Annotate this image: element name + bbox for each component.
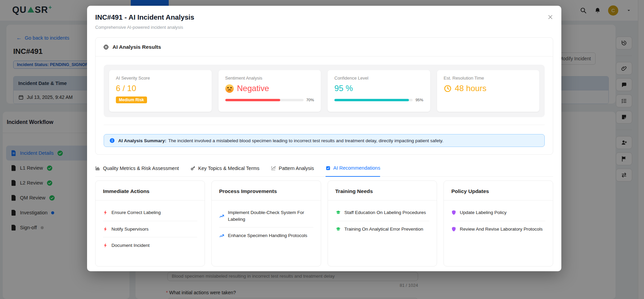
- risk-level-badge: Medium Risk: [116, 97, 147, 103]
- metric-label: Est. Resolution Time: [444, 76, 533, 81]
- ai-analysis-summary-banner: AI Analysis Summary: The incident involv…: [104, 134, 545, 147]
- tab-quality-metrics[interactable]: Quality Metrics & Risk Assessment: [95, 163, 179, 176]
- confidence-value: 95 %: [334, 84, 423, 93]
- dot-chart-icon: [271, 166, 276, 171]
- process-improvements-card: Process Improvements Implement Double-Ch…: [211, 180, 321, 266]
- cpu-chip-icon: [103, 44, 109, 50]
- tab-pattern-analysis[interactable]: Pattern Analysis: [271, 163, 314, 176]
- card-title: Process Improvements: [212, 181, 321, 200]
- policy-updates-card: Policy Updates Update Labeling Policy Re…: [443, 180, 553, 266]
- info-icon: [109, 138, 115, 143]
- recommendation-item: Enhance Specimen Handling Protocols: [219, 228, 313, 244]
- summary-label: AI Analysis Summary:: [118, 138, 166, 143]
- metrics-panel: AI Severity Score 6 / 10 Medium Risk Sen…: [104, 65, 545, 117]
- recommendations-row: Immediate Actions Ensure Correct Labelin…: [95, 180, 553, 266]
- app-root: QUSR+ C ← Go back to incidents INC#491 I…: [0, 0, 644, 299]
- severity-score-card: AI Severity Score 6 / 10 Medium Risk: [109, 70, 212, 112]
- tab-key-topics[interactable]: Key Topics & Medical Terms: [190, 163, 259, 176]
- confidence-progress-bar: [334, 99, 413, 101]
- lightning-bolt-icon: [103, 242, 108, 248]
- card-title: Immediate Actions: [96, 181, 205, 200]
- immediate-actions-card: Immediate Actions Ensure Correct Labelin…: [95, 180, 205, 266]
- resolution-time-value: 48 hours: [455, 84, 486, 93]
- card-title: Training Needs: [328, 181, 437, 200]
- modal-title: INC#491 - AI Incident Analysis: [95, 13, 194, 21]
- key-icon: [190, 166, 195, 171]
- analysis-tabs: Quality Metrics & Risk Assessment Key To…: [95, 163, 553, 177]
- ai-analysis-results-card: AI Analysis Results AI Severity Score 6 …: [95, 37, 553, 155]
- graduation-cap-icon: [335, 210, 341, 215]
- metric-label: Sentiment Analysis: [225, 76, 314, 81]
- sentiment-progress-label: 70%: [306, 98, 314, 102]
- resolution-time-card: Est. Resolution Time 48 hours: [437, 70, 540, 112]
- lightning-bolt-icon: [103, 226, 108, 232]
- recommendation-item: Training On Analytical Error Prevention: [335, 221, 430, 237]
- recommendation-item: Document Incident: [103, 237, 197, 254]
- clock-icon: [444, 85, 452, 92]
- recommendation-item: Ensure Correct Labeling: [103, 205, 197, 221]
- recommendation-item: Notify Supervisors: [103, 221, 197, 238]
- summary-text: The incident involved a mislabeled blood…: [168, 138, 443, 143]
- tab-ai-recommendations[interactable]: AI Recommendations: [326, 163, 380, 177]
- check-square-icon: [326, 166, 331, 171]
- modal-subtitle: Comprehensive AI-powered incident analys…: [95, 25, 183, 30]
- recommendation-item: Implement Double-Check System For Labeli…: [219, 205, 313, 228]
- results-section-title: AI Analysis Results: [112, 44, 161, 50]
- recommendation-item: Review And Revise Laboratory Protocols: [451, 221, 545, 237]
- recommendation-item: Staff Education On Labeling Procedures: [335, 205, 430, 221]
- trend-up-icon: [219, 213, 225, 219]
- graduation-cap-icon: [335, 227, 341, 232]
- ai-incident-analysis-modal: INC#491 - AI Incident Analysis Comprehen…: [87, 6, 561, 271]
- worried-face-icon: [225, 84, 234, 93]
- close-icon[interactable]: [546, 13, 554, 21]
- shield-icon: [451, 210, 456, 215]
- card-title: Policy Updates: [444, 181, 553, 200]
- metric-label: AI Severity Score: [116, 76, 205, 81]
- lightning-bolt-icon: [103, 210, 108, 215]
- confidence-card: Confidence Level 95 % 95%: [328, 70, 430, 112]
- severity-score-value: 6 / 10: [116, 84, 205, 93]
- confidence-progress-label: 95%: [415, 98, 423, 102]
- divider: [104, 125, 545, 125]
- bar-chart-icon: [95, 166, 100, 171]
- shield-icon: [451, 226, 456, 232]
- training-needs-card: Training Needs Staff Education On Labeli…: [328, 180, 437, 266]
- metric-label: Confidence Level: [334, 76, 423, 81]
- recommendation-item: Update Labeling Policy: [451, 205, 545, 221]
- sentiment-value: Negative: [237, 84, 269, 93]
- sentiment-progress-bar: [225, 99, 304, 101]
- trend-up-icon: [219, 233, 225, 238]
- sentiment-card: Sentiment Analysis Negative 70%: [219, 70, 321, 112]
